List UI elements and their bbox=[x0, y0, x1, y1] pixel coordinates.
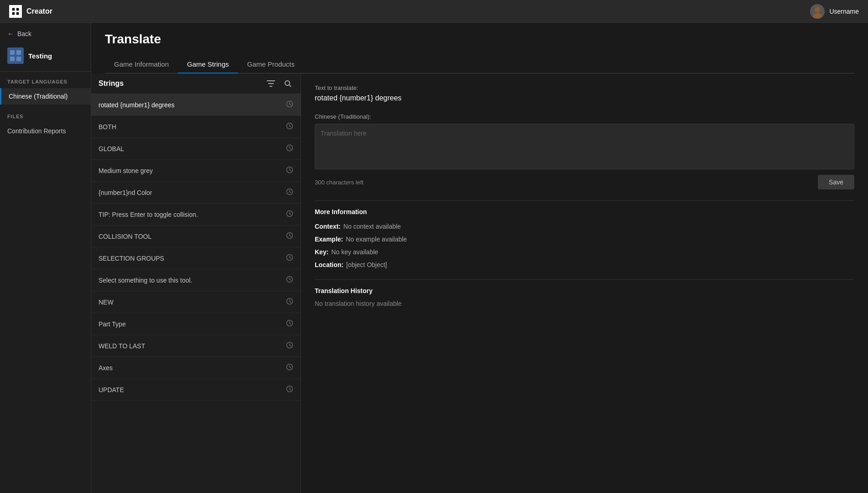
string-item[interactable]: SELECTION GROUPS bbox=[91, 247, 301, 269]
svg-line-31 bbox=[290, 192, 291, 193]
clock-icon bbox=[286, 363, 293, 372]
text-to-translate-label: Text to translate: bbox=[315, 84, 854, 91]
string-item-text: Medium stone grey bbox=[99, 167, 282, 174]
string-item[interactable]: GLOBAL bbox=[91, 138, 301, 160]
svg-rect-9 bbox=[16, 50, 21, 55]
clock-icon bbox=[286, 298, 293, 306]
string-item[interactable]: WELD TO LAST bbox=[91, 335, 301, 357]
save-button[interactable]: Save bbox=[818, 175, 854, 189]
string-item-text: BOTH bbox=[99, 123, 282, 131]
divider-2 bbox=[315, 279, 854, 280]
svg-rect-11 bbox=[16, 57, 21, 61]
tab-game-information[interactable]: Game Information bbox=[105, 56, 178, 73]
key-value: No key available bbox=[331, 248, 378, 256]
string-item-text: UPDATE bbox=[99, 386, 282, 393]
clock-icon bbox=[286, 144, 293, 153]
files-section-label: FILES bbox=[0, 105, 91, 123]
string-item-text: {number1}nd Color bbox=[99, 189, 282, 196]
svg-line-40 bbox=[290, 258, 291, 259]
clock-icon bbox=[286, 210, 293, 219]
tabs: Game InformationGame StringsGame Product… bbox=[105, 56, 854, 73]
back-arrow-icon: ← bbox=[7, 30, 14, 37]
clock-icon bbox=[286, 254, 293, 262]
string-item-text: rotated {number1} degrees bbox=[99, 101, 282, 109]
username-label: Username bbox=[829, 8, 859, 15]
svg-line-49 bbox=[290, 324, 291, 325]
svg-rect-3 bbox=[16, 12, 19, 15]
svg-line-25 bbox=[290, 148, 291, 149]
char-count: 300 characters left bbox=[315, 179, 364, 186]
example-key: Example: bbox=[315, 236, 343, 243]
svg-line-37 bbox=[290, 236, 291, 237]
topnav-left: Creator bbox=[9, 5, 52, 18]
clock-icon bbox=[286, 100, 293, 109]
main-layout: ← Back Testing TARGET LANGUAGES Chinese … bbox=[0, 23, 868, 493]
divider-1 bbox=[315, 200, 854, 201]
filter-button[interactable] bbox=[265, 79, 277, 88]
sidebar-item-chinese-traditional[interactable]: Chinese (Traditional) bbox=[0, 88, 91, 105]
svg-line-19 bbox=[290, 105, 291, 105]
svg-rect-10 bbox=[10, 57, 15, 61]
avatar bbox=[810, 4, 825, 19]
strings-panel: Strings bbox=[91, 73, 301, 493]
string-item[interactable]: COLLISION TOOL bbox=[91, 226, 301, 247]
search-button[interactable] bbox=[282, 79, 293, 88]
context-key: Context: bbox=[315, 223, 341, 230]
string-item[interactable]: rotated {number1} degrees bbox=[91, 94, 301, 116]
string-item[interactable]: Medium stone grey bbox=[91, 160, 301, 182]
key-row: Key: No key available bbox=[315, 248, 854, 256]
string-item-text: Part Type bbox=[99, 320, 282, 328]
string-item-text: Axes bbox=[99, 364, 282, 372]
clock-icon bbox=[286, 341, 293, 350]
location-value: [object Object] bbox=[346, 261, 387, 268]
more-info-title: More Information bbox=[315, 208, 854, 215]
svg-line-43 bbox=[290, 280, 291, 281]
split-content: Strings bbox=[91, 73, 868, 493]
game-thumbnail bbox=[7, 47, 24, 64]
tab-game-products[interactable]: Game Products bbox=[238, 56, 304, 73]
translation-input[interactable] bbox=[315, 124, 854, 169]
translation-footer: 300 characters left Save bbox=[315, 175, 854, 189]
tab-game-strings[interactable]: Game Strings bbox=[178, 56, 238, 73]
strings-actions bbox=[265, 79, 293, 88]
translation-history-section: Translation History No translation histo… bbox=[315, 287, 854, 307]
clock-icon bbox=[286, 232, 293, 241]
string-item[interactable]: Axes bbox=[91, 357, 301, 379]
text-to-translate-value: rotated {number1} degrees bbox=[315, 94, 854, 102]
string-item[interactable]: Select something to use this tool. bbox=[91, 269, 301, 291]
svg-line-55 bbox=[290, 367, 291, 368]
translation-section: Chinese (Traditional): 300 characters le… bbox=[315, 113, 854, 189]
key-key: Key: bbox=[315, 248, 328, 256]
more-info-section: More Information Context: No context ava… bbox=[315, 208, 854, 268]
game-name: Testing bbox=[28, 52, 52, 60]
string-item-text: NEW bbox=[99, 299, 282, 306]
back-button[interactable]: ← Back bbox=[0, 23, 91, 43]
game-info-block: Testing bbox=[0, 43, 91, 72]
svg-point-15 bbox=[285, 81, 290, 85]
string-item[interactable]: TIP: Press Enter to toggle collision. bbox=[91, 204, 301, 226]
sidebar-item-contribution-reports[interactable]: Contribution Reports bbox=[0, 123, 91, 139]
strings-title: Strings bbox=[99, 79, 124, 88]
string-item-text: COLLISION TOOL bbox=[99, 233, 282, 240]
roblox-logo bbox=[9, 5, 22, 18]
string-item[interactable]: NEW bbox=[91, 291, 301, 313]
clock-icon bbox=[286, 276, 293, 284]
string-item[interactable]: Part Type bbox=[91, 313, 301, 335]
history-title: Translation History bbox=[315, 287, 854, 294]
svg-rect-0 bbox=[12, 8, 15, 10]
strings-header: Strings bbox=[91, 73, 301, 94]
svg-point-5 bbox=[815, 7, 820, 12]
page-title: Translate bbox=[105, 32, 854, 47]
svg-rect-8 bbox=[10, 50, 15, 55]
svg-rect-2 bbox=[12, 12, 15, 15]
app-title: Creator bbox=[26, 7, 52, 16]
strings-list: rotated {number1} degreesBOTHGLOBALMediu… bbox=[91, 94, 301, 493]
string-item[interactable]: {number1}nd Color bbox=[91, 182, 301, 204]
svg-line-22 bbox=[290, 126, 291, 127]
back-label: Back bbox=[17, 30, 31, 37]
string-item[interactable]: BOTH bbox=[91, 116, 301, 138]
string-item[interactable]: UPDATE bbox=[91, 379, 301, 401]
sidebar: ← Back Testing TARGET LANGUAGES Chinese … bbox=[0, 23, 91, 493]
svg-line-58 bbox=[290, 389, 291, 390]
clock-icon bbox=[286, 385, 293, 394]
